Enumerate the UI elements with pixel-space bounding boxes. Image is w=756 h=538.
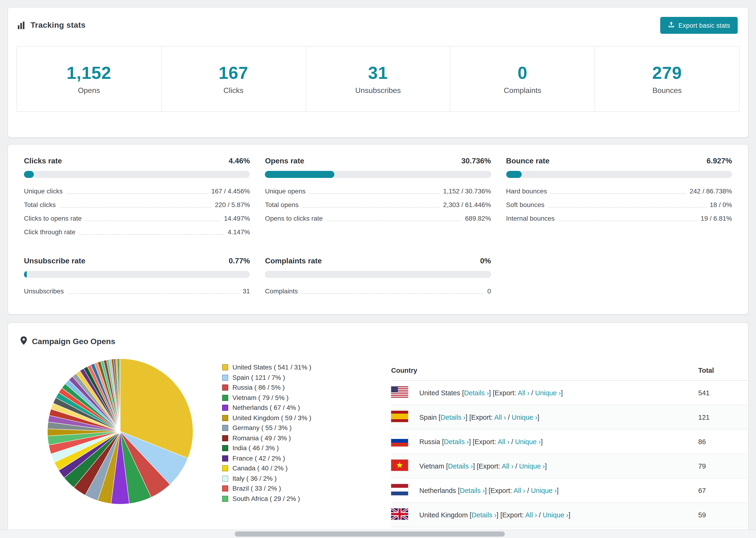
stat-line-label: Total clicks [24, 198, 56, 212]
stat-line-unique-opens: Unique opens1,152 / 30.736% [265, 185, 491, 198]
dotted-leader [309, 193, 439, 194]
rates-grid: Clicks rate4.46%Unique clicks167 / 4.456… [24, 157, 732, 298]
column-header-country: Country [391, 360, 698, 381]
horizontal-scrollbar-thumb[interactable] [235, 531, 505, 537]
country-total: 79 [698, 454, 747, 478]
rate-value: 30.736% [461, 157, 491, 165]
legend-item-brazil: Brazil ( 33 / 2% ) [222, 484, 311, 494]
table-row-russia: Russia [Details ›] [Export: All › / Uniq… [391, 429, 747, 454]
progress-bar [24, 271, 250, 278]
geo-opens-card: Campaign Geo Opens United States ( 541 /… [8, 323, 748, 538]
dotted-leader [302, 294, 484, 294]
horizontal-scrollbar[interactable] [0, 529, 756, 538]
dotted-leader [327, 221, 461, 221]
tracking-stats-card: Tracking stats Export basic stats 1,152O… [8, 7, 748, 137]
export-unique-link[interactable]: Unique › [519, 462, 545, 470]
export-all-link[interactable]: All › [518, 389, 529, 397]
stat-value: 279 [652, 63, 682, 83]
stat-box-unsubscribes: 31Unsubscribes [305, 46, 451, 112]
table-row-netherlands: Netherlands [Details ›] [Export: All › /… [391, 478, 747, 503]
details-link[interactable]: Details › [444, 438, 469, 445]
rates-card: Clicks rate4.46%Unique clicks167 / 4.456… [8, 144, 748, 314]
country-total: 541 [698, 381, 747, 405]
geo-opens-legend: United States ( 541 / 31% )Spain ( 121 /… [222, 362, 311, 504]
export-all-link[interactable]: All › [502, 462, 513, 470]
page-title: Tracking stats [30, 21, 85, 30]
rate-title: Opens rate [265, 157, 304, 165]
flag-es-icon [391, 411, 408, 422]
dotted-leader [68, 294, 239, 294]
geo-opens-table-wrap: Country Total United States [Details ›] … [391, 360, 747, 538]
export-unique-link[interactable]: Unique › [515, 438, 541, 445]
table-row-spain: Spain [Details ›] [Export: All › / Uniqu… [391, 405, 747, 429]
legend-item-russia: Russia ( 86 / 5% ) [222, 383, 311, 393]
export-unique-link[interactable]: Unique › [543, 511, 568, 518]
rate-title: Unsubscribe rate [24, 257, 85, 265]
details-link[interactable]: Details › [441, 413, 465, 421]
stat-line-value: 19 / 6.81% [701, 212, 732, 225]
stat-line-label: Click through rate [24, 225, 75, 239]
stat-line-value: 1,152 / 30.736% [443, 185, 491, 198]
details-link[interactable]: Details › [460, 487, 485, 494]
stat-line-label: Soft bounces [506, 198, 544, 212]
legend-item-romania: Romania ( 49 / 3% ) [222, 433, 311, 443]
stat-line-value: 167 / 4.456% [211, 185, 250, 198]
export-basic-stats-button[interactable]: Export basic stats [660, 17, 738, 34]
export-all-link[interactable]: All › [494, 413, 506, 421]
legend-swatch-icon [222, 486, 228, 492]
details-link[interactable]: Details › [471, 511, 496, 518]
export-unique-link[interactable]: Unique › [531, 487, 557, 494]
legend-label: Vietnam ( 79 / 5% ) [233, 393, 289, 403]
legend-swatch-icon [222, 496, 228, 502]
tracking-stats-title: Tracking stats [17, 21, 85, 30]
stat-line-hard-bounces: Hard bounces242 / 86.738% [506, 185, 732, 198]
legend-item-vietnam: Vietnam ( 79 / 5% ) [222, 393, 311, 403]
rate-value: 0% [480, 257, 491, 265]
legend-swatch-icon [222, 456, 228, 461]
bar-chart-icon [17, 21, 26, 29]
stat-line-unique-clicks: Unique clicks167 / 4.456% [24, 185, 250, 198]
legend-swatch-icon [222, 476, 228, 482]
stat-line-value: 31 [243, 285, 250, 298]
export-unique-link[interactable]: Unique › [512, 413, 537, 421]
country-total: 59 [698, 503, 747, 527]
details-link[interactable]: Details › [464, 389, 489, 397]
flag-ru-icon [391, 435, 408, 447]
column-header-total: Total [698, 360, 747, 381]
legend-swatch-icon [222, 435, 228, 441]
legend-item-india: India ( 46 / 3% ) [222, 443, 311, 453]
stat-line-clicks-to-opens-rate: Clicks to opens rate14.497% [24, 212, 250, 225]
stat-line-total-opens: Total opens2,303 / 61.446% [265, 198, 491, 212]
progress-bar [265, 271, 491, 278]
legend-item-united-kingdom: United Kingdom ( 59 / 3% ) [222, 413, 311, 423]
map-pin-icon [20, 336, 27, 348]
legend-label: Netherlands ( 67 / 4% ) [233, 403, 300, 413]
rate-value: 0.77% [229, 257, 250, 265]
dotted-leader [67, 193, 207, 194]
stat-line-label: Clicks to opens rate [24, 212, 82, 225]
table-header-row: Country Total [391, 360, 747, 381]
stat-line-internal-bounces: Internal bounces19 / 6.81% [506, 212, 732, 225]
legend-swatch-icon [222, 395, 228, 401]
legend-item-netherlands: Netherlands ( 67 / 4% ) [222, 403, 311, 413]
rate-block-opens-rate: Opens rate30.736%Unique opens1,152 / 30.… [265, 157, 491, 239]
tracking-stats-header: Tracking stats Export basic stats [8, 8, 748, 34]
stat-line-opens-to-clicks-rate: Opens to clicks rate689.82% [265, 212, 491, 225]
table-row-united-kingdom: United Kingdom [Details ›] [Export: All … [391, 503, 747, 527]
stat-line-label: Total opens [265, 198, 298, 212]
stat-line-total-clicks: Total clicks220 / 5.87% [24, 198, 250, 212]
export-unique-link[interactable]: Unique › [535, 389, 561, 397]
export-all-link[interactable]: All › [525, 511, 537, 518]
dotted-leader [558, 221, 697, 221]
rate-value: 4.46% [229, 157, 250, 165]
rate-title: Clicks rate [24, 157, 62, 165]
stat-line-label: Internal bounces [506, 212, 555, 225]
stat-label: Complaints [504, 86, 541, 95]
export-all-link[interactable]: All › [513, 487, 525, 494]
progress-bar [506, 171, 732, 178]
stat-line-value: 220 / 5.87% [215, 198, 250, 212]
details-link[interactable]: Details › [448, 462, 473, 470]
export-all-link[interactable]: All › [498, 438, 510, 445]
rate-title: Bounce rate [506, 157, 549, 165]
stat-value: 31 [368, 63, 388, 83]
